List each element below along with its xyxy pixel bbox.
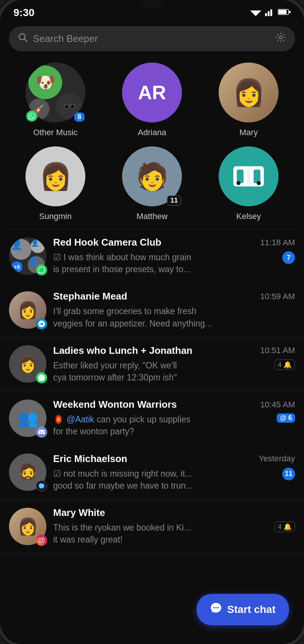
svg-point-20: [213, 607, 215, 608]
avatar-sungmin: 👩: [25, 146, 85, 206]
svg-point-18: [40, 539, 43, 541]
story-mary[interactable]: 👩 Mary: [202, 63, 295, 137]
matthew-badge: 11: [167, 195, 181, 206]
chat-item-ladies-lunch[interactable]: 👩 Ladies who Lunch + Jonathan 10:51 AM E…: [0, 337, 304, 391]
chat-avatar-mary-white: 👩: [9, 508, 46, 545]
story-other-music[interactable]: 🐶 🕶️ 🎸 8 Other Music: [9, 63, 102, 137]
group-plus-badge: +8: [11, 261, 22, 273]
stories-row-2: 👩 Sungmin 🧑 11 Matthew: [9, 146, 295, 221]
story-name-mary: Mary: [240, 128, 258, 137]
chat-name-mary-white: Mary White: [53, 507, 105, 519]
chat-badge-mary-white: 4 🔔: [274, 522, 295, 532]
story-kelsey[interactable]: Kelsey: [202, 146, 295, 221]
story-name-adriana: Adriana: [138, 128, 166, 137]
story-name-matthew: Matthew: [136, 212, 167, 221]
chat-avatar-weekend-wonton: 👥: [9, 400, 46, 437]
chat-name-weekend-wonton: Weekend Wonton Warriors: [53, 399, 177, 410]
svg-point-9: [280, 36, 282, 39]
svg-rect-2: [268, 11, 270, 16]
wifi-icon: [250, 8, 261, 18]
chat-avatar-eric: 🧔: [9, 453, 46, 491]
search-bar[interactable]: Search Beeper: [9, 26, 295, 51]
chat-preview-weekend-wonton: 🏮 @Aatik can you pick up suppliesfor the…: [53, 413, 273, 437]
chat-name-eric: Eric Michaelson: [53, 453, 127, 465]
whatsapp-badge-other-music: [26, 110, 37, 122]
search-placeholder: Search Beeper: [33, 33, 276, 45]
wa-badge-red-hook: [36, 264, 47, 276]
story-sungmin[interactable]: 👩 Sungmin: [9, 146, 102, 221]
chat-badge-weekend-wonton: @ 6: [277, 413, 295, 423]
other-music-badge: 8: [74, 112, 85, 122]
chat-preview-red-hook: ☑ I was think about how much grainis pre…: [53, 251, 279, 275]
chat-badge-red-hook: 7: [282, 251, 295, 264]
chat-item-red-hook[interactable]: 👤 👤 👤 +8 Red Hook Camera Club 11:18 AM: [0, 229, 304, 283]
chat-preview-eric: ☑ not much is missing right now, it...go…: [53, 468, 279, 492]
chat-time-weekend-wonton: 10:45 AM: [260, 400, 295, 410]
svg-rect-13: [237, 170, 244, 183]
story-matthew[interactable]: 🧑 11 Matthew: [106, 146, 198, 221]
svg-rect-14: [254, 170, 261, 183]
status-icons: [250, 8, 291, 18]
avatar-other-music: 🐶 🕶️ 🎸 8: [25, 63, 85, 122]
chat-time-stephanie: 10:59 AM: [260, 292, 295, 301]
svg-rect-1: [265, 13, 267, 16]
chat-item-weekend-wonton[interactable]: 👥 Weekend Wonton Warriors 10:45 AM 🏮 @Aa…: [0, 391, 304, 445]
signal-icon: [265, 8, 274, 18]
avatar-kelsey: [219, 146, 279, 206]
chat-preview-ladies-lunch: Esther liked your reply, "OK we'llcya to…: [53, 359, 271, 383]
avatar-matthew: 🧑 11: [122, 146, 182, 206]
svg-point-16: [257, 181, 261, 185]
start-chat-icon: [210, 602, 222, 617]
avatar-adriana: AR: [122, 63, 182, 122]
screen: 9:30: [0, 0, 304, 644]
chat-time-red-hook: 11:18 AM: [260, 238, 295, 247]
chat-item-stephanie[interactable]: 👩 Stephanie Mead 10:59 AM I'll grab some…: [0, 283, 304, 337]
telegram-badge-stephanie: [36, 318, 47, 329]
story-name-kelsey: Kelsey: [236, 212, 261, 221]
chat-badge-ladies-lunch: 4 🔔: [274, 359, 295, 370]
status-time: 9:30: [13, 7, 34, 19]
battery-icon: [278, 9, 291, 17]
chat-badge-eric: 11: [282, 468, 295, 480]
avatar-mary: 👩: [219, 63, 279, 122]
svg-point-21: [215, 607, 217, 608]
chat-list: 👤 👤 👤 +8 Red Hook Camera Club 11:18 AM: [0, 229, 304, 644]
chat-avatar-ladies-lunch: 👩: [9, 345, 46, 383]
chat-item-eric[interactable]: 🧔 Eric Michaelson Yesterday ☑ not much i…: [0, 446, 304, 499]
story-name-other-music: Other Music: [33, 128, 78, 137]
chat-time-eric: Yesterday: [259, 454, 295, 464]
search-icon: [18, 33, 28, 45]
stories-row-1: 🐶 🕶️ 🎸 8 Other Music: [9, 63, 295, 137]
start-chat-fab[interactable]: Start chat: [197, 594, 289, 625]
chat-avatar-red-hook: 👤 👤 👤 +8: [9, 237, 46, 275]
discord-badge-weekend: [36, 426, 47, 438]
chat-preview-mary-white: This is the ryokan we booked in Ki...it …: [53, 522, 271, 546]
chat-name-red-hook: Red Hook Camera Club: [53, 237, 161, 248]
svg-point-19: [43, 538, 43, 539]
svg-rect-3: [270, 9, 272, 16]
chat-avatar-stephanie: 👩: [9, 291, 46, 329]
imessage-badge-eric: [36, 480, 47, 492]
svg-point-15: [237, 181, 241, 185]
instagram-badge-mary-white: [36, 535, 47, 546]
svg-rect-17: [39, 538, 44, 543]
wa-badge-ladies: [36, 372, 47, 383]
svg-point-22: [218, 607, 219, 608]
svg-rect-6: [289, 11, 291, 13]
chat-time-ladies-lunch: 10:51 AM: [260, 346, 295, 355]
chat-name-ladies-lunch: Ladies who Lunch + Jonathan: [53, 345, 192, 356]
chat-preview-stephanie: I'll grab some groceries to make freshve…: [53, 305, 295, 329]
chat-name-stephanie: Stephanie Mead: [53, 291, 127, 302]
chat-item-mary-white[interactable]: 👩 Mary White This is the ryokan we booke…: [0, 499, 304, 553]
stories-section: 🐶 🕶️ 🎸 8 Other Music: [0, 59, 304, 229]
phone-frame: 9:30: [0, 0, 304, 644]
svg-rect-5: [279, 10, 287, 14]
svg-line-8: [24, 39, 27, 42]
start-chat-label: Start chat: [227, 604, 276, 616]
story-name-sungmin: Sungmin: [39, 212, 72, 221]
settings-icon[interactable]: [276, 32, 286, 45]
svg-marker-0: [250, 10, 261, 16]
story-adriana[interactable]: AR Adriana: [106, 63, 198, 137]
